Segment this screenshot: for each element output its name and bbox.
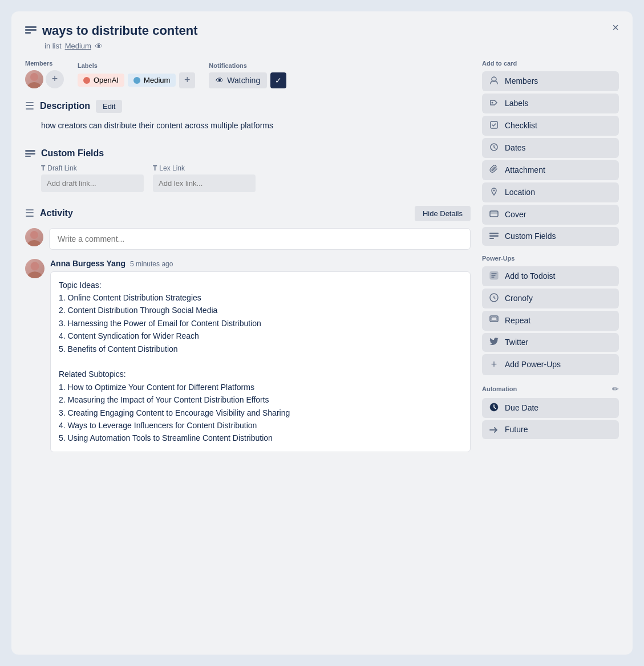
- label-medium-text: Medium: [144, 76, 170, 84]
- svg-rect-19: [489, 233, 499, 234]
- sidebar-future-button[interactable]: Future: [482, 420, 619, 439]
- description-text: how creators can distribute their conten…: [41, 117, 471, 134]
- sidebar-todoist-label: Add to Todoist: [505, 271, 555, 281]
- description-title: Description: [40, 101, 90, 111]
- add-label-button[interactable]: +: [179, 72, 195, 88]
- lex-link-field: T Lex Link: [153, 164, 256, 192]
- card-modal: × ways to distribute content in list Med…: [11, 11, 633, 655]
- sidebar-attachment-button[interactable]: Attachment: [482, 160, 619, 180]
- current-user-avatar: [25, 228, 43, 246]
- svg-point-4: [27, 82, 41, 88]
- svg-rect-1: [25, 29, 37, 31]
- sidebar-twitter-button[interactable]: Twitter: [482, 333, 619, 352]
- sidebar-checklist-button[interactable]: Checklist: [482, 116, 619, 136]
- sidebar: Add to card Members Labels Checklist: [482, 60, 619, 466]
- description-icon: ☰: [25, 100, 34, 112]
- card-type-icon: [25, 26, 37, 38]
- cover-icon: [489, 209, 499, 220]
- close-button[interactable]: ×: [606, 18, 625, 36]
- sidebar-custom-fields-label: Custom Fields: [505, 232, 556, 241]
- labels-icon: [489, 98, 499, 109]
- sidebar-cronofy-button[interactable]: Cronofy: [482, 289, 619, 308]
- card-meta-row: Members + Labels: [25, 60, 471, 88]
- svg-point-24: [493, 297, 495, 298]
- sidebar-members-button[interactable]: Members: [482, 71, 619, 91]
- lex-link-input[interactable]: [153, 174, 256, 192]
- description-section: ☰ Description Edit how creators can dist…: [25, 100, 471, 134]
- label-medium[interactable]: Medium: [128, 74, 176, 87]
- hide-details-button[interactable]: Hide Details: [415, 206, 471, 221]
- twitter-icon: [489, 338, 499, 347]
- edit-description-button[interactable]: Edit: [96, 100, 122, 113]
- svg-rect-0: [25, 26, 37, 28]
- svg-point-9: [27, 240, 41, 246]
- sidebar-add-power-ups-label: Add Power-Ups: [505, 360, 561, 369]
- activity-section: ☰ Activity Hide Details: [25, 206, 471, 452]
- sidebar-custom-fields-button[interactable]: Custom Fields: [482, 227, 619, 246]
- location-icon: [489, 187, 499, 198]
- sidebar-location-button[interactable]: Location: [482, 182, 619, 202]
- comment-input[interactable]: [49, 228, 471, 250]
- comment-body: Topic Ideas: 1. Online Content Distribut…: [50, 271, 471, 452]
- label-openai-dot: [83, 77, 90, 84]
- draft-link-field: T Draft Link: [41, 164, 144, 192]
- svg-point-16: [493, 189, 495, 191]
- eye-icon: 👁: [216, 76, 224, 85]
- comment-time: 5 minutes ago: [130, 260, 173, 268]
- comment-content: Anna Burgess Yang 5 minutes ago Topic Id…: [50, 259, 471, 452]
- label-medium-dot: [133, 77, 140, 84]
- description-header: ☰ Description Edit: [25, 100, 471, 113]
- main-layout: Members + Labels: [25, 60, 619, 466]
- lex-link-label: T Lex Link: [153, 164, 256, 172]
- automation-header: Automation ✏: [482, 384, 619, 393]
- svg-rect-20: [489, 235, 499, 237]
- sidebar-add-power-ups-button[interactable]: + Add Power-Ups: [482, 354, 619, 375]
- labels-section: Labels OpenAI Medium +: [78, 62, 195, 88]
- custom-fields-sidebar-icon: [489, 232, 499, 241]
- watch-icon: 👁: [95, 42, 103, 51]
- watching-check-button[interactable]: ✓: [270, 72, 286, 88]
- card-header: ways to distribute content: [25, 23, 619, 39]
- svg-point-8: [30, 231, 38, 239]
- sidebar-twitter-label: Twitter: [505, 338, 528, 347]
- cronofy-icon: [489, 293, 499, 304]
- card-title: ways to distribute content: [42, 23, 198, 39]
- notifications-section: Notifications 👁 Watching ✓: [209, 62, 286, 88]
- watching-button[interactable]: 👁 Watching: [209, 72, 267, 88]
- labels-row: OpenAI Medium +: [78, 72, 195, 88]
- sidebar-due-date-button[interactable]: Due Date: [482, 398, 619, 418]
- members-section: Members +: [25, 60, 64, 88]
- sidebar-labels-button[interactable]: Labels: [482, 94, 619, 113]
- members-icon: [489, 76, 499, 87]
- add-member-button[interactable]: +: [46, 70, 64, 88]
- comment-author: Anna Burgess Yang: [50, 259, 125, 268]
- sidebar-cover-button[interactable]: Cover: [482, 205, 619, 225]
- sidebar-cover-label: Cover: [505, 210, 526, 219]
- power-ups-title: Power-Ups: [482, 255, 619, 262]
- svg-rect-26: [491, 317, 497, 320]
- label-openai[interactable]: OpenAI: [78, 74, 124, 87]
- draft-link-input[interactable]: [41, 174, 144, 192]
- main-content: Members + Labels: [25, 60, 471, 466]
- notifications-row: 👁 Watching ✓: [209, 72, 286, 88]
- custom-fields-section: Custom Fields T Draft Link T Lex Link: [25, 148, 471, 192]
- svg-rect-5: [25, 150, 35, 152]
- activity-icon: ☰: [25, 207, 34, 220]
- automation-edit-button[interactable]: ✏: [612, 384, 619, 393]
- custom-fields-row: T Draft Link T Lex Link: [41, 164, 471, 192]
- svg-rect-18: [490, 211, 498, 214]
- list-link[interactable]: Medium: [65, 42, 91, 50]
- repeat-icon: [489, 315, 499, 326]
- custom-fields-title: Custom Fields: [41, 148, 104, 159]
- sidebar-repeat-button[interactable]: Repeat: [482, 311, 619, 331]
- sidebar-dates-button[interactable]: Dates: [482, 138, 619, 158]
- automation-title: Automation: [482, 385, 517, 392]
- comment-block: Anna Burgess Yang 5 minutes ago Topic Id…: [25, 259, 471, 452]
- avatar[interactable]: [25, 70, 43, 88]
- sidebar-repeat-label: Repeat: [505, 316, 530, 325]
- notifications-label: Notifications: [209, 62, 286, 69]
- commenter-avatar: [25, 259, 44, 278]
- svg-point-10: [31, 262, 39, 270]
- svg-point-3: [30, 73, 38, 81]
- sidebar-todoist-button[interactable]: Add to Todoist: [482, 266, 619, 286]
